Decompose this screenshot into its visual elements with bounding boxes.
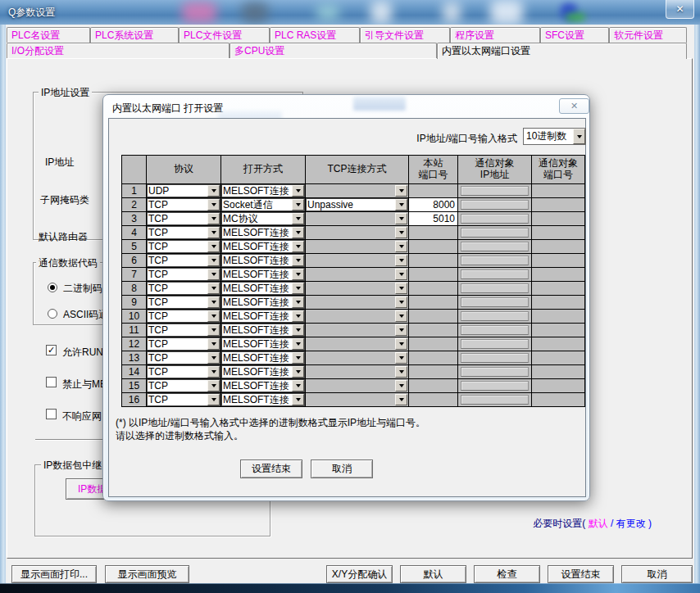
tcp-mode-select-row8[interactable] [306,282,409,296]
tab-row1-6[interactable]: 程序设置 [450,27,540,43]
dialog-end-setup-button[interactable]: 设置结束 [240,459,302,478]
open-method-select-row3[interactable]: MC协议 [221,212,306,226]
chevron-down-icon[interactable] [207,338,220,350]
protocol-select-row5[interactable]: TCP [147,240,221,254]
open-method-select-row9[interactable]: MELSOFT连接 [221,296,306,310]
tcp-mode-select-row1[interactable] [306,184,409,198]
preview-screen-button[interactable]: 显示画面预览 [105,565,189,583]
allow-run-checkbox[interactable] [46,345,57,355]
chevron-down-icon[interactable] [292,255,304,266]
chevron-down-icon[interactable] [395,255,407,266]
protocol-select-row13[interactable]: TCP [147,351,221,365]
chevron-down-icon[interactable] [207,255,220,266]
tab-ethernet-port-active[interactable]: 内置以太网端口设置 [437,43,687,59]
chevron-down-icon[interactable] [395,380,407,392]
tcp-mode-select-row5[interactable] [306,240,409,254]
tcp-mode-select-row11[interactable] [306,324,409,337]
chevron-down-icon[interactable] [292,310,304,322]
chevron-down-icon[interactable] [395,352,407,364]
chevron-down-icon[interactable] [395,185,407,197]
chevron-down-icon[interactable] [395,213,407,224]
open-method-select-row11[interactable]: MELSOFT连接 [221,324,306,337]
open-method-select-row5[interactable]: MELSOFT连接 [221,240,306,254]
tab-row1-3[interactable]: PLC文件设置 [179,27,270,43]
protocol-select-row2[interactable]: TCP [147,198,221,212]
no-response-checkbox[interactable] [46,409,57,419]
open-method-select-row1[interactable]: MELSOFT连接 [221,184,306,198]
protocol-select-row16[interactable]: TCP [147,393,221,407]
chevron-down-icon[interactable] [207,324,220,336]
chevron-down-icon[interactable] [292,269,304,280]
tab-row1-4[interactable]: PLC RAS设置 [270,27,360,43]
chevron-down-icon[interactable] [292,366,304,378]
tcp-mode-select-row2[interactable]: Unpassive [306,198,409,212]
chevron-down-icon[interactable] [292,338,304,350]
chevron-down-icon[interactable] [207,296,220,308]
chevron-down-icon[interactable] [207,310,220,322]
tab-row1-5[interactable]: 引导文件设置 [360,27,450,43]
host-port-field-row3[interactable]: 5010 [409,212,458,226]
open-method-select-row13[interactable]: MELSOFT连接 [221,351,306,365]
tcp-mode-select-row7[interactable] [306,268,409,282]
protocol-select-row1[interactable]: UDP [147,184,221,198]
input-format-select[interactable]: 10进制数 [523,128,586,145]
protocol-select-row8[interactable]: TCP [147,282,221,296]
tcp-mode-select-row14[interactable] [306,365,409,379]
chevron-down-icon[interactable] [207,227,220,238]
chevron-down-icon[interactable] [395,394,407,405]
check-button[interactable]: 检查 [474,565,540,583]
open-method-select-row14[interactable]: MELSOFT连接 [221,365,306,379]
chevron-down-icon[interactable] [207,213,220,224]
chevron-down-icon[interactable] [395,338,407,350]
cancel-button[interactable]: 取消 [621,565,693,583]
xy-assign-confirm-button[interactable]: X/Y分配确认 [326,565,393,583]
protocol-select-row7[interactable]: TCP [147,268,221,282]
chevron-down-icon[interactable] [207,185,220,197]
forbid-mel-checkbox[interactable] [46,377,57,387]
open-method-select-row4[interactable]: MELSOFT连接 [221,226,306,240]
tcp-mode-select-row12[interactable] [306,337,409,351]
tcp-mode-select-row9[interactable] [306,296,409,310]
tab-row2-1[interactable]: I/O分配设置 [7,43,230,58]
chevron-down-icon[interactable] [207,366,220,378]
chevron-down-icon[interactable] [207,241,220,252]
chevron-down-icon[interactable] [292,324,304,336]
binary-code-radio[interactable] [48,283,57,292]
tab-row2-2[interactable]: 多CPU设置 [230,43,437,58]
chevron-down-icon[interactable] [207,380,220,392]
chevron-down-icon[interactable] [292,241,304,252]
chevron-down-icon[interactable] [395,199,407,210]
chevron-down-icon[interactable] [292,394,304,405]
dialog-close-button[interactable]: ✕ [559,98,589,114]
open-method-select-row15[interactable]: MELSOFT连接 [221,379,306,393]
chevron-down-icon[interactable] [292,213,304,224]
chevron-down-icon[interactable] [207,394,220,405]
tcp-mode-select-row15[interactable] [306,379,409,393]
tab-row1-7[interactable]: SFC设置 [540,27,609,43]
tcp-mode-select-row10[interactable] [306,310,409,324]
protocol-select-row3[interactable]: TCP [147,212,221,226]
end-setup-button[interactable]: 设置结束 [548,565,614,583]
protocol-select-row15[interactable]: TCP [147,379,221,393]
tcp-mode-select-row4[interactable] [306,226,409,240]
chevron-down-icon[interactable] [207,199,220,210]
chevron-down-icon[interactable] [395,324,407,336]
default-button[interactable]: 默认 [400,565,466,583]
host-port-field-row2[interactable]: 8000 [409,198,458,212]
open-method-select-row7[interactable]: MELSOFT连接 [221,268,306,282]
protocol-select-row6[interactable]: TCP [147,254,221,268]
protocol-select-row14[interactable]: TCP [147,365,221,379]
chevron-down-icon[interactable] [207,269,220,280]
protocol-select-row4[interactable]: TCP [147,226,221,240]
chevron-down-icon[interactable] [395,241,407,252]
chevron-down-icon[interactable] [207,283,220,294]
open-method-select-row12[interactable]: MELSOFT连接 [221,337,306,351]
open-method-select-row2[interactable]: Socket通信 [221,198,306,212]
chevron-down-icon[interactable] [207,352,220,364]
open-method-select-row10[interactable]: MELSOFT连接 [221,310,306,324]
tab-row1-2[interactable]: PLC系统设置 [90,27,179,43]
chevron-down-icon[interactable] [292,283,304,294]
chevron-down-icon[interactable] [292,227,304,238]
print-screen-button[interactable]: 显示画面打印... [11,565,97,583]
tab-row1-8[interactable]: 软元件设置 [609,27,687,43]
